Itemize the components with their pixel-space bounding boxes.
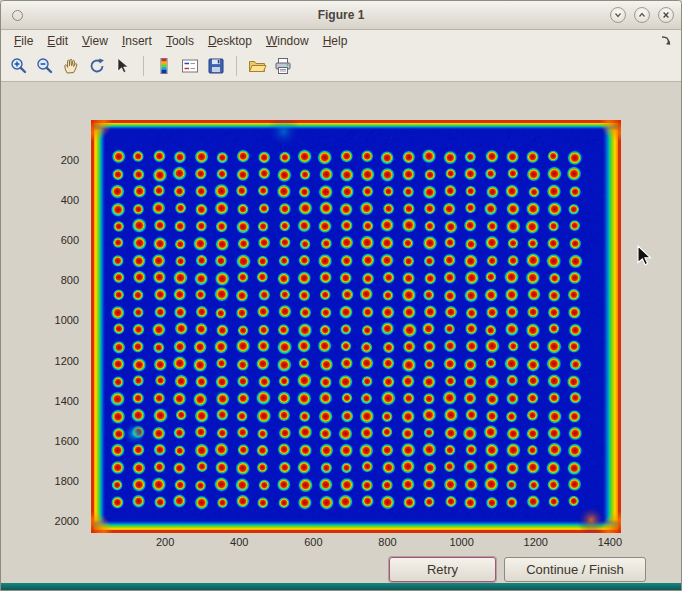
x-tick-label: 800	[378, 536, 396, 548]
colorbar-button[interactable]	[152, 54, 176, 78]
open-button[interactable]	[245, 54, 269, 78]
close-window-button[interactable]	[658, 7, 674, 23]
x-tick-label: 1000	[449, 536, 473, 548]
shade-window-button[interactable]	[610, 7, 626, 23]
menubar: File Edit View Insert Tools Desktop Wind…	[1, 30, 681, 51]
x-tick-label: 200	[156, 536, 174, 548]
y-tick-label: 1000	[55, 314, 79, 326]
open-folder-icon	[247, 56, 267, 76]
print-icon	[273, 56, 293, 76]
y-tick-label: 2000	[55, 515, 79, 527]
titlebar[interactable]: Figure 1	[1, 1, 681, 30]
chevron-down-icon	[614, 11, 622, 19]
toolbar-separator	[143, 56, 144, 76]
window-title: Figure 1	[1, 1, 681, 29]
rotate-3d-icon	[87, 56, 107, 76]
zoom-in-icon	[9, 56, 29, 76]
save-button[interactable]	[204, 54, 228, 78]
zoom-out-button[interactable]	[33, 54, 57, 78]
x-tick-label: 1200	[524, 536, 548, 548]
save-icon	[206, 56, 226, 76]
x-tick-label: 1400	[598, 536, 622, 548]
menubar-overflow-icon[interactable]	[660, 34, 672, 46]
menu-edit[interactable]: Edit	[40, 32, 75, 50]
close-icon	[662, 11, 670, 19]
figure-window: Figure 1 File Edit View Insert Tools Des…	[0, 0, 682, 591]
zoom-in-button[interactable]	[7, 54, 31, 78]
menu-window[interactable]: Window	[259, 32, 316, 50]
maximize-window-button[interactable]	[634, 7, 650, 23]
toolbar-separator	[236, 56, 237, 76]
y-tick-label: 1600	[55, 435, 79, 447]
y-tick-label: 1800	[55, 475, 79, 487]
chevron-up-icon	[638, 11, 646, 19]
figure-toolbar	[1, 51, 681, 82]
print-button[interactable]	[271, 54, 295, 78]
pan-hand-icon	[61, 56, 81, 76]
data-cursor-button[interactable]	[111, 54, 135, 78]
y-tick-label: 400	[61, 194, 79, 206]
colorbar-icon	[154, 56, 174, 76]
menu-desktop[interactable]: Desktop	[201, 32, 259, 50]
legend-icon	[180, 56, 200, 76]
menu-help[interactable]: Help	[316, 32, 355, 50]
y-tick-label: 200	[61, 154, 79, 166]
y-tick-label: 600	[61, 234, 79, 246]
data-cursor-icon	[113, 56, 133, 76]
y-tick-label: 1200	[55, 355, 79, 367]
retry-button[interactable]: Retry	[389, 557, 496, 582]
menu-insert[interactable]: Insert	[115, 32, 159, 50]
x-tick-label: 600	[304, 536, 322, 548]
x-tick-labels: 200400600800100012001400	[91, 536, 621, 550]
window-controls	[610, 7, 674, 23]
taskbar-strip	[1, 583, 681, 590]
rotate-3d-button[interactable]	[85, 54, 109, 78]
legend-button[interactable]	[178, 54, 202, 78]
menu-tools[interactable]: Tools	[159, 32, 201, 50]
pan-button[interactable]	[59, 54, 83, 78]
y-tick-labels: 200400600800100012001400160018002000	[35, 120, 85, 533]
y-tick-label: 1400	[55, 395, 79, 407]
menu-view[interactable]: View	[75, 32, 115, 50]
figure-canvas[interactable]	[91, 120, 621, 533]
y-tick-label: 800	[61, 274, 79, 286]
menu-file[interactable]: File	[7, 32, 40, 50]
continue-finish-button[interactable]: Continue / Finish	[504, 557, 646, 582]
x-tick-label: 400	[230, 536, 248, 548]
zoom-out-icon	[35, 56, 55, 76]
